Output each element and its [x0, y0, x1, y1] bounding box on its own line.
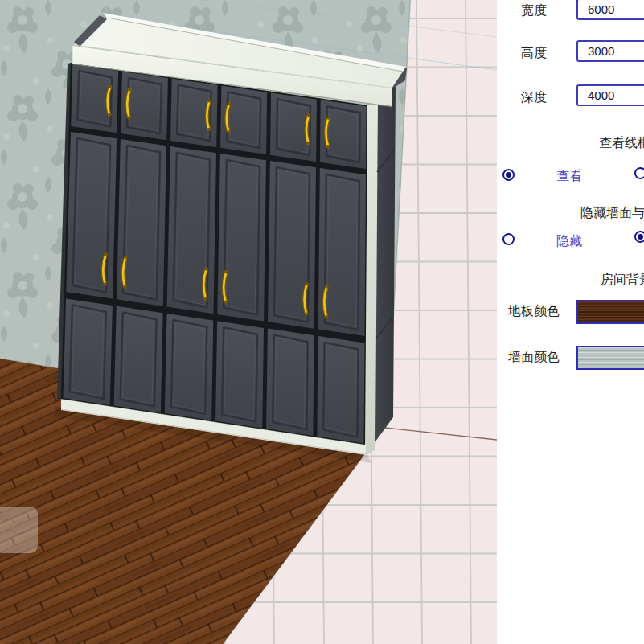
hide-walls-section-header: 隐藏墙面与 [580, 205, 644, 222]
depth-label: 深度 [521, 89, 547, 106]
wall-color-label: 墙面颜色 [508, 349, 560, 366]
3d-viewport[interactable] [0, 0, 497, 644]
height-input[interactable] [576, 40, 644, 62]
width-label: 宽度 [521, 2, 547, 19]
width-input[interactable] [576, 0, 644, 20]
wireframe-section-header: 查看线框 [599, 135, 644, 152]
hide-walls-radio-hide[interactable] [502, 233, 515, 245]
wireframe-option-label[interactable]: 查看 [556, 168, 582, 185]
wireframe-radio-view[interactable] [502, 169, 515, 181]
floor-color-swatch[interactable] [576, 300, 644, 324]
height-label: 高度 [521, 45, 547, 62]
hide-walls-radio-right[interactable] [634, 231, 644, 243]
properties-panel: 宽度 高度 深度 查看线框 查看 隐藏墙面与 隐藏 房间背景 地板颜色 墙面颜色 [497, 0, 644, 644]
depth-input[interactable] [576, 84, 644, 106]
wardrobe-side-panel [375, 84, 396, 441]
wireframe-radio-right[interactable] [634, 167, 644, 179]
room-background-header: 房间背景 [601, 272, 644, 289]
wall-color-swatch[interactable] [576, 346, 644, 370]
wardrobe[interactable] [53, 13, 407, 463]
floor-color-label: 地板颜色 [508, 303, 560, 320]
watermark [0, 507, 38, 553]
app-window: 宽度 高度 深度 查看线框 查看 隐藏墙面与 隐藏 房间背景 地板颜色 墙面颜色 [0, 0, 644, 644]
hide-walls-option-label[interactable]: 隐藏 [556, 233, 582, 250]
